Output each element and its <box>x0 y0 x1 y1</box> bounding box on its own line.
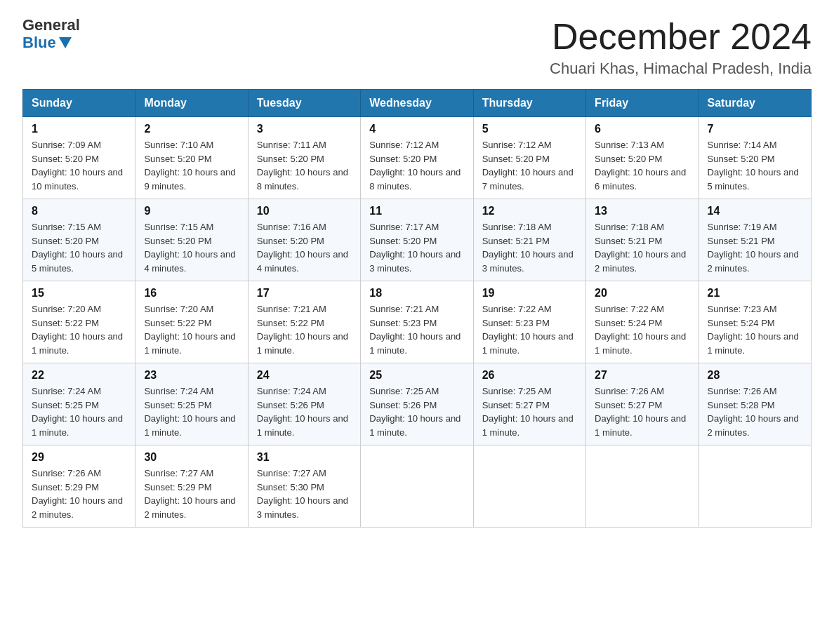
logo-general-text: General <box>22 17 80 34</box>
logo-triangle-icon <box>59 37 72 48</box>
calendar-cell <box>699 445 811 528</box>
calendar-cell: 11Sunrise: 7:17 AMSunset: 5:20 PMDayligh… <box>361 199 473 281</box>
week-row-4: 22Sunrise: 7:24 AMSunset: 5:25 PMDayligh… <box>23 363 812 445</box>
week-row-2: 8Sunrise: 7:15 AMSunset: 5:20 PMDaylight… <box>23 199 812 281</box>
calendar-cell: 28Sunrise: 7:26 AMSunset: 5:28 PMDayligh… <box>699 363 811 445</box>
day-number: 14 <box>708 205 802 217</box>
day-info: Sunrise: 7:13 AMSunset: 5:20 PMDaylight:… <box>595 138 689 193</box>
day-info: Sunrise: 7:20 AMSunset: 5:22 PMDaylight:… <box>144 302 239 357</box>
day-number: 29 <box>32 451 126 464</box>
day-number: 30 <box>144 451 239 464</box>
month-title: December 2024 <box>550 17 812 57</box>
day-info: Sunrise: 7:20 AMSunset: 5:22 PMDaylight:… <box>32 302 126 357</box>
weekday-header-monday: Monday <box>135 90 248 117</box>
calendar-cell: 3Sunrise: 7:11 AMSunset: 5:20 PMDaylight… <box>248 117 360 199</box>
weekday-header-saturday: Saturday <box>699 90 811 117</box>
day-info: Sunrise: 7:12 AMSunset: 5:20 PMDaylight:… <box>482 138 577 193</box>
day-number: 21 <box>708 287 802 300</box>
calendar-cell: 2Sunrise: 7:10 AMSunset: 5:20 PMDaylight… <box>135 117 248 199</box>
day-info: Sunrise: 7:15 AMSunset: 5:20 PMDaylight:… <box>32 220 126 275</box>
day-number: 15 <box>32 287 126 300</box>
day-info: Sunrise: 7:25 AMSunset: 5:26 PMDaylight:… <box>369 384 464 439</box>
location-title: Chuari Khas, Himachal Pradesh, India <box>550 60 812 78</box>
day-info: Sunrise: 7:26 AMSunset: 5:28 PMDaylight:… <box>708 384 802 439</box>
day-number: 5 <box>482 123 577 135</box>
weekday-header-row: SundayMondayTuesdayWednesdayThursdayFrid… <box>23 90 812 117</box>
calendar-cell: 14Sunrise: 7:19 AMSunset: 5:21 PMDayligh… <box>699 199 811 281</box>
weekday-header-wednesday: Wednesday <box>361 90 473 117</box>
calendar-cell <box>361 445 473 528</box>
calendar-cell: 29Sunrise: 7:26 AMSunset: 5:29 PMDayligh… <box>23 445 135 528</box>
day-info: Sunrise: 7:17 AMSunset: 5:20 PMDaylight:… <box>369 220 464 275</box>
day-info: Sunrise: 7:21 AMSunset: 5:22 PMDaylight:… <box>257 302 352 357</box>
logo: General Blue <box>22 17 80 52</box>
calendar-cell: 7Sunrise: 7:14 AMSunset: 5:20 PMDaylight… <box>699 117 811 199</box>
day-number: 11 <box>369 205 464 217</box>
calendar-cell: 4Sunrise: 7:12 AMSunset: 5:20 PMDaylight… <box>361 117 473 199</box>
day-number: 24 <box>257 369 352 382</box>
calendar-cell: 5Sunrise: 7:12 AMSunset: 5:20 PMDaylight… <box>473 117 585 199</box>
day-number: 4 <box>369 123 464 135</box>
week-row-5: 29Sunrise: 7:26 AMSunset: 5:29 PMDayligh… <box>23 445 812 528</box>
calendar-cell: 15Sunrise: 7:20 AMSunset: 5:22 PMDayligh… <box>23 281 135 363</box>
calendar-cell: 25Sunrise: 7:25 AMSunset: 5:26 PMDayligh… <box>361 363 473 445</box>
day-number: 31 <box>257 451 352 464</box>
day-info: Sunrise: 7:19 AMSunset: 5:21 PMDaylight:… <box>708 220 802 275</box>
day-number: 20 <box>595 287 689 300</box>
day-number: 13 <box>595 205 689 217</box>
calendar-cell: 23Sunrise: 7:24 AMSunset: 5:25 PMDayligh… <box>135 363 248 445</box>
day-number: 22 <box>32 369 126 382</box>
calendar-cell: 10Sunrise: 7:16 AMSunset: 5:20 PMDayligh… <box>248 199 360 281</box>
day-info: Sunrise: 7:18 AMSunset: 5:21 PMDaylight:… <box>482 220 577 275</box>
day-info: Sunrise: 7:22 AMSunset: 5:23 PMDaylight:… <box>482 302 577 357</box>
weekday-header-sunday: Sunday <box>23 90 135 117</box>
weekday-header-friday: Friday <box>586 90 699 117</box>
calendar-cell: 1Sunrise: 7:09 AMSunset: 5:20 PMDaylight… <box>23 117 135 199</box>
day-info: Sunrise: 7:12 AMSunset: 5:20 PMDaylight:… <box>369 138 464 193</box>
week-row-1: 1Sunrise: 7:09 AMSunset: 5:20 PMDaylight… <box>23 117 812 199</box>
day-number: 2 <box>144 123 239 135</box>
calendar-cell: 30Sunrise: 7:27 AMSunset: 5:29 PMDayligh… <box>135 445 248 528</box>
calendar-cell: 17Sunrise: 7:21 AMSunset: 5:22 PMDayligh… <box>248 281 360 363</box>
day-number: 1 <box>32 123 126 135</box>
day-info: Sunrise: 7:24 AMSunset: 5:25 PMDaylight:… <box>32 384 126 439</box>
day-number: 16 <box>144 287 239 300</box>
day-info: Sunrise: 7:27 AMSunset: 5:29 PMDaylight:… <box>144 467 239 521</box>
calendar-cell: 9Sunrise: 7:15 AMSunset: 5:20 PMDaylight… <box>135 199 248 281</box>
day-number: 28 <box>708 369 802 382</box>
day-number: 9 <box>144 205 239 217</box>
day-info: Sunrise: 7:21 AMSunset: 5:23 PMDaylight:… <box>369 302 464 357</box>
day-info: Sunrise: 7:26 AMSunset: 5:27 PMDaylight:… <box>595 384 689 439</box>
weekday-header-tuesday: Tuesday <box>248 90 360 117</box>
title-area: December 2024 Chuari Khas, Himachal Prad… <box>550 17 812 78</box>
calendar-cell: 16Sunrise: 7:20 AMSunset: 5:22 PMDayligh… <box>135 281 248 363</box>
calendar-cell: 24Sunrise: 7:24 AMSunset: 5:26 PMDayligh… <box>248 363 360 445</box>
calendar-cell: 26Sunrise: 7:25 AMSunset: 5:27 PMDayligh… <box>473 363 585 445</box>
day-info: Sunrise: 7:25 AMSunset: 5:27 PMDaylight:… <box>482 384 577 439</box>
day-info: Sunrise: 7:18 AMSunset: 5:21 PMDaylight:… <box>595 220 689 275</box>
week-row-3: 15Sunrise: 7:20 AMSunset: 5:22 PMDayligh… <box>23 281 812 363</box>
day-info: Sunrise: 7:24 AMSunset: 5:25 PMDaylight:… <box>144 384 239 439</box>
day-number: 12 <box>482 205 577 217</box>
day-info: Sunrise: 7:14 AMSunset: 5:20 PMDaylight:… <box>708 138 802 193</box>
calendar-cell: 19Sunrise: 7:22 AMSunset: 5:23 PMDayligh… <box>473 281 585 363</box>
day-number: 3 <box>257 123 352 135</box>
day-info: Sunrise: 7:16 AMSunset: 5:20 PMDaylight:… <box>257 220 352 275</box>
day-number: 10 <box>257 205 352 217</box>
calendar-table: SundayMondayTuesdayWednesdayThursdayFrid… <box>22 89 812 528</box>
calendar-cell: 8Sunrise: 7:15 AMSunset: 5:20 PMDaylight… <box>23 199 135 281</box>
day-number: 19 <box>482 287 577 300</box>
day-number: 26 <box>482 369 577 382</box>
calendar-cell: 27Sunrise: 7:26 AMSunset: 5:27 PMDayligh… <box>586 363 699 445</box>
calendar-cell: 31Sunrise: 7:27 AMSunset: 5:30 PMDayligh… <box>248 445 360 528</box>
day-info: Sunrise: 7:09 AMSunset: 5:20 PMDaylight:… <box>32 138 126 193</box>
calendar-cell <box>473 445 585 528</box>
page-header: General Blue December 2024 Chuari Khas, … <box>22 17 812 78</box>
day-number: 18 <box>369 287 464 300</box>
day-info: Sunrise: 7:10 AMSunset: 5:20 PMDaylight:… <box>144 138 239 193</box>
calendar-cell: 18Sunrise: 7:21 AMSunset: 5:23 PMDayligh… <box>361 281 473 363</box>
calendar-cell: 6Sunrise: 7:13 AMSunset: 5:20 PMDaylight… <box>586 117 699 199</box>
day-number: 25 <box>369 369 464 382</box>
day-info: Sunrise: 7:24 AMSunset: 5:26 PMDaylight:… <box>257 384 352 439</box>
calendar-cell: 21Sunrise: 7:23 AMSunset: 5:24 PMDayligh… <box>699 281 811 363</box>
